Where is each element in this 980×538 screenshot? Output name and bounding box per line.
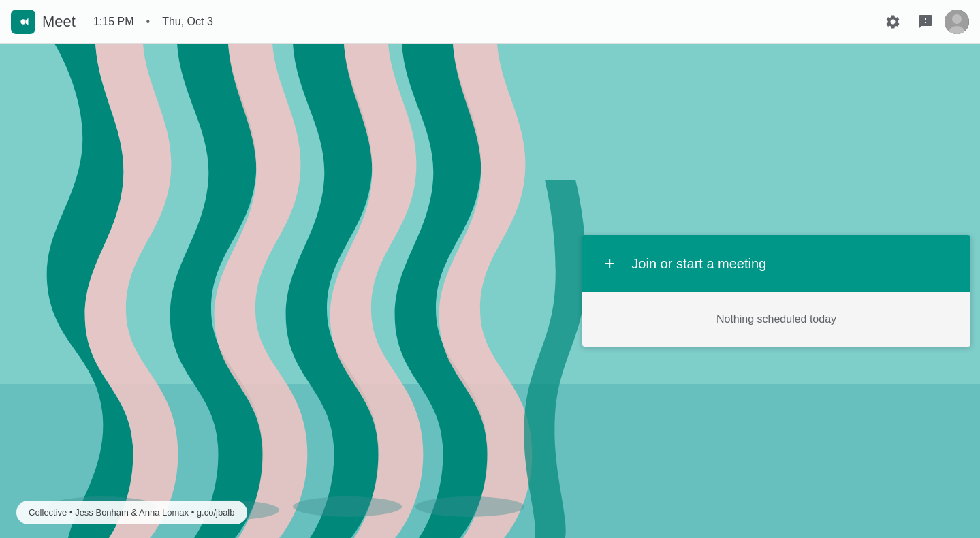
feedback-icon <box>917 14 934 30</box>
header-time: 1:15 PM <box>93 16 134 28</box>
gear-icon <box>885 14 901 30</box>
watermark-text: Collective • Jess Bonham & Anna Lomax • … <box>29 507 235 518</box>
avatar-svg <box>945 10 969 34</box>
header-separator: • <box>146 16 151 28</box>
app-header: Meet 1:15 PM • Thu, Oct 3 <box>0 0 980 44</box>
avatar-image <box>945 10 969 34</box>
nothing-scheduled-text: Nothing scheduled today <box>716 313 836 326</box>
meet-logo-icon <box>11 10 35 34</box>
right-panel: + Join or start a meeting Nothing schedu… <box>573 44 980 538</box>
plus-icon: + <box>604 253 615 274</box>
header-right <box>879 8 969 35</box>
header-left: Meet 1:15 PM • Thu, Oct 3 <box>11 10 879 34</box>
nothing-scheduled-panel: Nothing scheduled today <box>582 292 970 347</box>
join-meeting-label: Join or start a meeting <box>631 256 766 272</box>
user-avatar[interactable] <box>945 10 969 34</box>
meeting-card: + Join or start a meeting Nothing schedu… <box>582 235 970 347</box>
bottom-watermark: Collective • Jess Bonham & Anna Lomax • … <box>16 501 247 524</box>
header-date: Thu, Oct 3 <box>162 16 213 28</box>
settings-button[interactable] <box>879 8 906 35</box>
feedback-button[interactable] <box>912 8 939 35</box>
svg-point-2 <box>952 14 962 24</box>
app-title: Meet <box>42 13 76 31</box>
svg-point-9 <box>415 496 524 517</box>
join-meeting-button[interactable]: + Join or start a meeting <box>582 235 970 292</box>
svg-point-8 <box>293 496 402 517</box>
